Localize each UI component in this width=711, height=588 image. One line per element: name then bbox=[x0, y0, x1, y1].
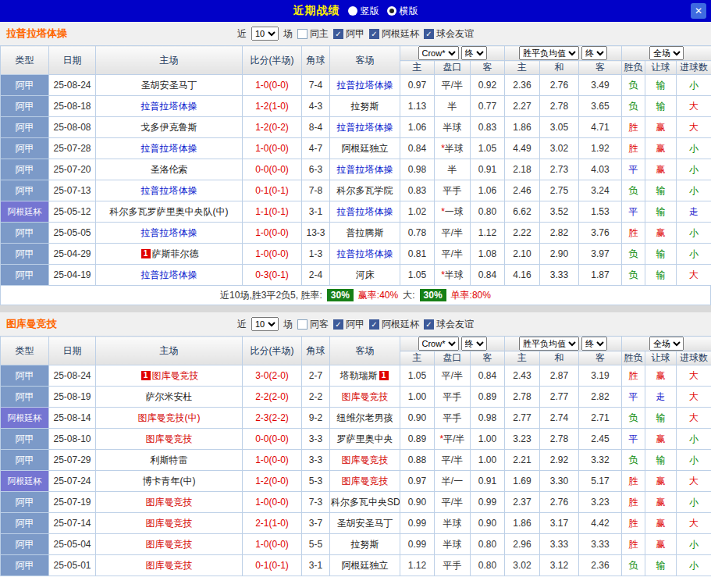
score-cell[interactable]: 2-1(1-0) bbox=[243, 513, 302, 534]
same-venue-checkbox[interactable]: 同客 bbox=[297, 318, 329, 331]
home-team-link[interactable]: 拉普拉塔体操 bbox=[141, 185, 197, 196]
league-checkbox-copa[interactable]: 阿根廷杯 bbox=[369, 318, 419, 331]
away-team-link[interactable]: 罗萨里奥中央 bbox=[337, 433, 393, 444]
away-team-link[interactable]: 圣胡安圣马丁 bbox=[337, 518, 393, 529]
handicap-cell: 平手 bbox=[435, 180, 471, 201]
home-team-link[interactable]: 图库曼竞技 bbox=[146, 518, 193, 529]
away-team-link[interactable]: 图库曼竞技 bbox=[342, 454, 389, 465]
close-button[interactable]: ✕ bbox=[691, 3, 706, 19]
score-cell[interactable]: 1-1(0-1) bbox=[243, 201, 302, 223]
score-cell[interactable]: 1-0(0-0) bbox=[243, 534, 302, 555]
date-cell: 25-04-19 bbox=[49, 265, 96, 286]
score-cell[interactable]: 0-1(0-1) bbox=[243, 180, 302, 201]
score-cell[interactable]: 2-2(2-0) bbox=[243, 387, 302, 408]
away-team-link[interactable]: 科尔多瓦学院 bbox=[337, 185, 393, 196]
away-team-link[interactable]: 阿根廷独立 bbox=[342, 143, 389, 154]
away-team-link[interactable]: 纽维尔老男孩 bbox=[337, 412, 393, 423]
avg-draw-cell: 2.76 bbox=[540, 75, 579, 96]
avg-time-select[interactable]: 终 bbox=[581, 46, 607, 60]
away-team-link[interactable]: 拉努斯 bbox=[351, 101, 379, 112]
home-team-link[interactable]: 图库曼竞技 bbox=[146, 433, 193, 444]
score-cell[interactable]: 1-0(0-0) bbox=[243, 138, 302, 159]
away-team-link[interactable]: 拉普拉塔体操 bbox=[337, 248, 393, 259]
col-away: 客场 bbox=[330, 46, 400, 75]
recent-count-select[interactable]: 10 bbox=[251, 317, 279, 331]
avg-type-select[interactable]: 胜平负均值 bbox=[519, 46, 579, 60]
corner-cell: 5-5 bbox=[302, 534, 330, 555]
corner-cell: 5-3 bbox=[302, 471, 330, 492]
match-row: 阿甲25-07-20圣洛伦索0-0(0-0)6-3拉普拉塔体操0.98半0.91… bbox=[1, 159, 711, 180]
same-venue-checkbox[interactable]: 同主 bbox=[297, 27, 329, 41]
home-team-link[interactable]: 科尔多瓦罗萨里奥中央队(中) bbox=[110, 206, 229, 217]
score-cell[interactable]: 1-0(0-0) bbox=[243, 244, 302, 265]
away-team-link[interactable]: 图库曼竞技 bbox=[342, 391, 389, 402]
away-team-link[interactable]: 图库曼竞技 bbox=[342, 476, 389, 486]
layout-radio-vertical[interactable]: 竖版 bbox=[348, 5, 379, 18]
result-goals-cell: 小 bbox=[677, 138, 711, 159]
away-team-link[interactable]: 科尔多瓦中央SDE bbox=[331, 497, 400, 508]
home-team-link[interactable]: 图库曼竞技 bbox=[146, 497, 193, 508]
scope-select[interactable]: 全场 bbox=[649, 46, 684, 60]
avg-home-cell: 3.23 bbox=[505, 429, 540, 450]
checkbox-checked-icon bbox=[333, 29, 343, 39]
odds-time-select[interactable]: 终 bbox=[461, 46, 487, 60]
league-checkbox-primera[interactable]: 阿甲 bbox=[333, 27, 364, 41]
odds-company-select[interactable]: Crow* bbox=[418, 46, 459, 60]
home-team-link[interactable]: 图库曼竞技 bbox=[146, 539, 193, 550]
home-team-link[interactable]: 拉普拉塔体操 bbox=[141, 101, 197, 112]
home-team-link[interactable]: 戈多伊克鲁斯 bbox=[141, 122, 197, 133]
league-type-cell: 阿甲 bbox=[1, 365, 49, 387]
avg-time-select[interactable]: 终 bbox=[581, 337, 607, 351]
avg-home-cell: 2.27 bbox=[505, 96, 540, 117]
odds-away-cell: 1.08 bbox=[471, 244, 505, 265]
away-team-link[interactable]: 拉普拉塔体操 bbox=[337, 164, 393, 175]
home-team-link[interactable]: 图库曼竞技 bbox=[146, 560, 193, 571]
away-team-link[interactable]: 拉普拉塔体操 bbox=[337, 206, 393, 217]
score-cell[interactable]: 2-3(2-2) bbox=[243, 408, 302, 429]
match-row: 阿根廷杯25-07-24博卡青年(中)1-2(0-0)5-3图库曼竞技0.97半… bbox=[1, 471, 711, 492]
score-cell[interactable]: 0-1(0-1) bbox=[243, 555, 302, 576]
score-cell[interactable]: 0-3(0-1) bbox=[243, 265, 302, 286]
score-cell[interactable]: 1-0(0-0) bbox=[243, 223, 302, 244]
home-team-link[interactable]: 利斯特雷 bbox=[151, 454, 188, 465]
score-cell[interactable]: 0-0(0-0) bbox=[243, 429, 302, 450]
league-checkbox-friendly[interactable]: 球会友谊 bbox=[424, 27, 474, 41]
league-checkbox-primera[interactable]: 阿甲 bbox=[333, 318, 364, 331]
away-team-link[interactable]: 拉努斯 bbox=[351, 539, 379, 550]
avg-home-cell: 6.62 bbox=[505, 201, 540, 223]
score-cell[interactable]: 1-2(0-0) bbox=[243, 471, 302, 492]
home-team-link[interactable]: 图库曼竞技 bbox=[152, 370, 199, 381]
layout-radio-horizontal[interactable]: 横版 bbox=[387, 5, 418, 18]
score-cell[interactable]: 1-0(0-0) bbox=[243, 75, 302, 96]
odds-company-select[interactable]: Crow* bbox=[418, 337, 459, 351]
home-team-link[interactable]: 圣胡安圣马丁 bbox=[141, 80, 197, 91]
away-team-link[interactable]: 拉普拉塔体操 bbox=[337, 80, 393, 91]
home-team-link[interactable]: 萨尔米安杜 bbox=[146, 391, 193, 402]
checkbox-label: 同主 bbox=[310, 27, 329, 41]
score-cell[interactable]: 3-0(2-0) bbox=[243, 365, 302, 387]
away-team-link[interactable]: 阿根廷独立 bbox=[342, 560, 389, 571]
away-team-link[interactable]: 河床 bbox=[356, 269, 375, 280]
league-checkbox-copa[interactable]: 阿根廷杯 bbox=[369, 27, 419, 41]
recent-count-select[interactable]: 10 bbox=[251, 27, 279, 41]
score-cell[interactable]: 0-0(0-0) bbox=[243, 159, 302, 180]
league-checkbox-friendly[interactable]: 球会友谊 bbox=[424, 318, 474, 331]
date-cell: 25-07-20 bbox=[49, 159, 96, 180]
score-cell[interactable]: 1-0(0-0) bbox=[243, 492, 302, 513]
avg-type-select[interactable]: 胜平负均值 bbox=[519, 337, 579, 351]
odds-time-select[interactable]: 终 bbox=[461, 337, 487, 351]
home-team-link[interactable]: 圣洛伦索 bbox=[151, 164, 188, 175]
scope-select[interactable]: 全场 bbox=[649, 337, 684, 351]
home-team-link[interactable]: 图库曼竞技(中) bbox=[138, 412, 201, 423]
score-cell[interactable]: 1-0(0-0) bbox=[243, 450, 302, 471]
score-cell[interactable]: 1-2(0-2) bbox=[243, 117, 302, 138]
away-team-link[interactable]: 拉普拉塔体操 bbox=[337, 122, 393, 133]
score-cell[interactable]: 1-2(1-0) bbox=[243, 96, 302, 117]
home-team-link[interactable]: 拉普拉塔体操 bbox=[141, 227, 197, 238]
home-team-link[interactable]: 拉普拉塔体操 bbox=[141, 269, 197, 280]
home-team-link[interactable]: 博卡青年(中) bbox=[143, 476, 196, 486]
away-team-link[interactable]: 塔勒瑞斯 bbox=[340, 370, 378, 381]
home-team-link[interactable]: 萨斯菲尔德 bbox=[152, 248, 199, 259]
away-team-link[interactable]: 普拉腾斯 bbox=[347, 227, 384, 238]
home-team-link[interactable]: 拉普拉塔体操 bbox=[141, 143, 197, 154]
